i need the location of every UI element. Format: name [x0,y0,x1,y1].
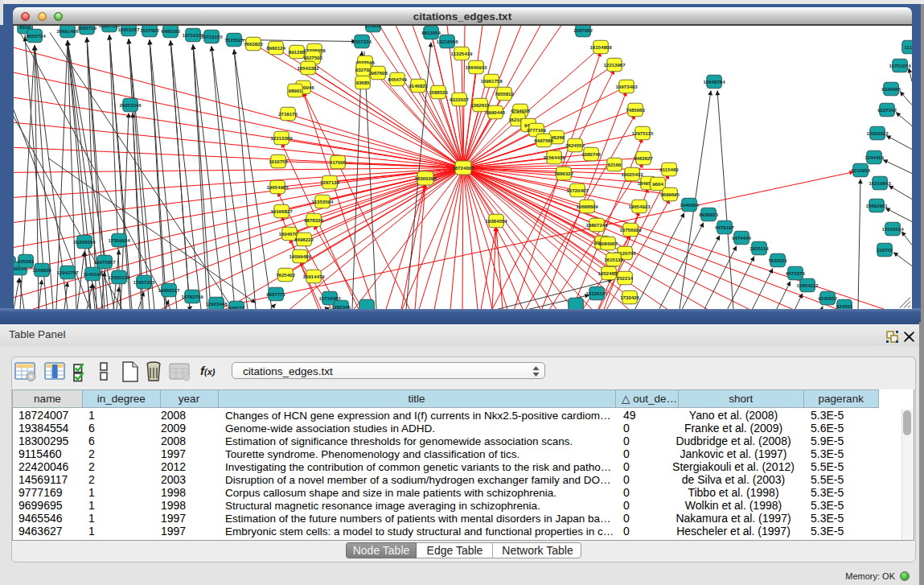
svg-text:8813054: 8813054 [421,29,441,35]
svg-text:9329966: 9329966 [881,85,901,91]
svg-text:8215958: 8215958 [851,167,870,172]
svg-text:924501: 924501 [836,303,853,308]
svg-text:9245652: 9245652 [818,295,837,300]
svg-text:7625402: 7625402 [276,271,295,277]
svg-text:1010755: 1010755 [269,158,288,163]
svg-text:2935114: 2935114 [749,245,769,250]
svg-text:116753: 116753 [877,246,893,252]
svg-text:1362615: 1362615 [470,101,490,107]
svg-text:1244419: 1244419 [864,154,884,159]
svg-text:9463627: 9463627 [634,154,653,160]
svg-text:3267130: 3267130 [320,179,339,184]
svg-text:16914479: 16914479 [302,273,325,278]
svg-text:11325419: 11325419 [451,50,473,56]
svg-text:6497568: 6497568 [534,137,553,142]
svg-text:7485063: 7485063 [626,106,645,112]
svg-text:13218506: 13218506 [436,38,458,43]
svg-text:15692901: 15692901 [865,202,888,208]
svg-text:1588520: 1588520 [429,89,448,94]
svg-text:16640910: 16640910 [465,64,487,69]
svg-text:7357224: 7357224 [352,38,372,43]
svg-text:975812: 975812 [365,26,382,28]
svg-text:19654985: 19654985 [266,183,289,189]
svg-text:17359924: 17359924 [108,237,130,242]
svg-text:10961758: 10961758 [480,77,503,83]
svg-text:7632621: 7632621 [768,257,787,262]
svg-text:1615132: 1615132 [604,256,623,262]
svg-text:2687682: 2687682 [573,27,593,32]
svg-text:15720407: 15720407 [566,187,589,192]
svg-text:16210643: 16210643 [869,179,891,185]
svg-text:19384554: 19384554 [485,217,507,223]
svg-text:17957225: 17957225 [133,278,155,284]
svg-text:10025433: 10025433 [621,171,643,176]
svg-text:1145194: 1145194 [83,270,102,276]
svg-text:1156829: 1156829 [32,266,51,272]
svg-text:93685: 93685 [356,79,371,84]
svg-text:9699695: 9699695 [660,191,680,196]
svg-text:12093822: 12093822 [866,130,889,135]
svg-text:15751074: 15751074 [889,62,911,68]
svg-text:12505135: 12505135 [108,274,130,279]
svg-text:21564436: 21564436 [543,154,565,159]
svg-text:20053346: 20053346 [119,101,142,107]
svg-text:10688609: 10688609 [576,203,598,208]
svg-text:10958117: 10958117 [158,286,180,292]
svg-text:10756928: 10756928 [619,226,642,232]
svg-text:19654923: 19654923 [628,203,651,208]
svg-text:18724007: 18724007 [452,164,474,170]
svg-text:252214: 252214 [617,274,634,280]
svg-text:1527602: 1527602 [140,27,159,32]
svg-text:1282346: 1282346 [331,303,351,309]
svg-text:20691406: 20691406 [56,27,79,33]
svg-text:16713155: 16713155 [200,33,223,39]
svg-text:1440954: 1440954 [680,201,699,207]
svg-text:1080748: 1080748 [581,150,601,156]
svg-text:15716485: 15716485 [318,295,341,300]
svg-text:12975115: 12975115 [632,130,654,135]
svg-text:8471676: 8471676 [786,270,805,275]
svg-text:8938923: 8938923 [699,211,718,216]
svg-text:10973493: 10973493 [615,83,638,89]
svg-text:6794028: 6794028 [511,107,530,113]
svg-text:9146821: 9146821 [409,82,428,88]
svg-text:9604: 9604 [652,180,663,186]
svg-text:9777169: 9777169 [527,126,546,132]
svg-text:12213967: 12213967 [603,61,626,67]
svg-text:10653267: 10653267 [117,26,140,31]
svg-text:7663822: 7663822 [244,40,263,46]
svg-text:6479197: 6479197 [715,224,734,229]
svg-text:7955812: 7955812 [495,90,514,96]
svg-text:12942757: 12942757 [56,269,79,274]
svg-text:8498222: 8498222 [294,236,314,241]
svg-text:1112: 1112 [905,43,912,49]
svg-text:14099489: 14099489 [289,253,311,258]
svg-text:2967608: 2967608 [368,69,388,75]
svg-text:12923448: 12923448 [205,300,228,306]
svg-text:7886322: 7886322 [554,170,573,175]
svg-text:98901: 98901 [289,87,303,93]
svg-text:14136141: 14136141 [585,290,608,295]
svg-text:9857771: 9857771 [266,290,285,296]
svg-text:9327503: 9327503 [303,54,322,60]
svg-text:18807249: 18807249 [585,221,608,227]
svg-text:1733426: 1733426 [620,294,639,299]
svg-text:8990448: 8990448 [486,109,505,114]
svg-text:8878334: 8878334 [304,216,323,222]
svg-text:9115460: 9115460 [659,166,679,171]
svg-text:908577: 908577 [228,304,245,309]
svg-text:16648784: 16648784 [703,78,725,84]
svg-text:8960124: 8960124 [266,44,285,50]
svg-text:9227342: 9227342 [877,106,897,112]
svg-text:62160: 62160 [608,161,622,167]
svg-text:8454749: 8454749 [388,76,407,81]
svg-text:9084067: 9084067 [598,240,618,245]
svg-text:8310: 8310 [19,26,31,30]
svg-text:417006: 417006 [330,159,347,164]
svg-text:6466160: 6466160 [161,27,180,33]
svg-text:16782759: 16782759 [181,293,203,299]
svg-text:7515525: 7515525 [224,36,244,42]
svg-text:14055724: 14055724 [23,32,46,38]
svg-text:8322037: 8322037 [450,96,469,101]
svg-text:17016514: 17016514 [881,225,904,231]
